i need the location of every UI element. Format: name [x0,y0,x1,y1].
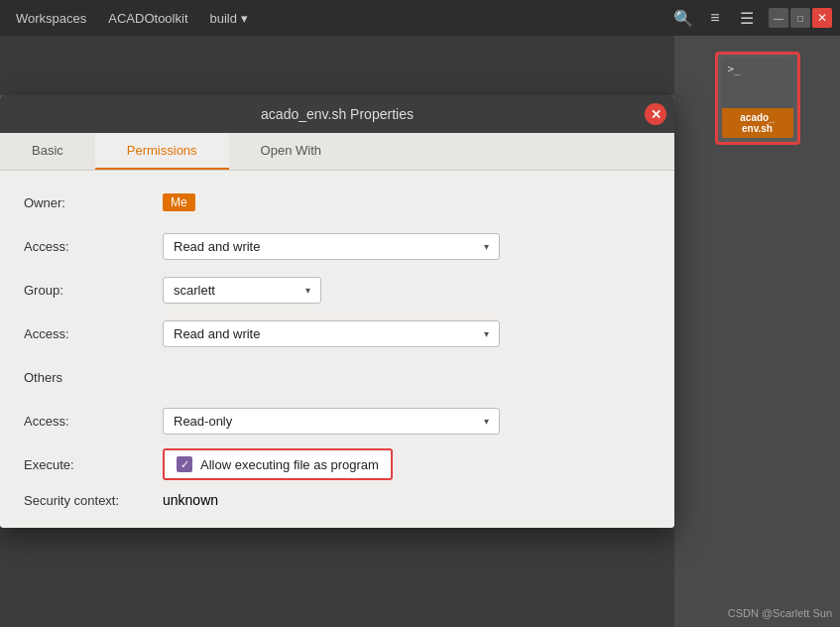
minimize-button[interactable]: — [769,8,788,28]
owner-badge: Me [163,193,195,211]
owner-access-arrow-icon: ▾ [484,241,489,252]
others-access-row: Access: Read-only ▾ [24,405,651,437]
execute-row: Execute: ✓ Allow executing file as progr… [24,448,651,480]
build-label: build [210,11,237,26]
build-arrow-icon: ▾ [241,11,248,26]
security-label: Security context: [24,493,163,508]
watermark: CSDN @Scarlett Sun [728,607,832,619]
others-label: Others [24,370,651,385]
owner-label: Owner: [24,195,163,210]
others-access-value: Read-only [174,414,232,429]
permissions-content: Owner: Me Access: Read and write ▾ Group… [0,171,674,528]
top-bar: Workspaces ACADOtoolkit build ▾ 🔍 ≡ ☰ — … [0,0,840,36]
security-row: Security context: unknown [24,492,651,508]
group-access-value: Read and write [174,326,260,341]
modal-title: acado_env.sh Properties [261,106,414,122]
topbar-icons: 🔍 ≡ ☰ — □ ✕ [669,4,832,32]
list-icon[interactable]: ≡ [701,4,729,32]
group-arrow-icon: ▾ [305,285,310,296]
acadotoolkit-menu[interactable]: ACADOtoolkit [100,7,195,30]
tabs-bar: Basic Permissions Open With [0,133,674,171]
owner-access-value: Read and write [174,239,260,254]
execute-checkbox-container[interactable]: ✓ Allow executing file as program [163,448,393,480]
owner-access-dropdown[interactable]: Read and write ▾ [163,233,500,260]
menu-icon[interactable]: ☰ [733,4,761,32]
wm-buttons: — □ ✕ [769,8,832,28]
file-name-line1: acado_ [724,112,791,123]
search-icon[interactable]: 🔍 [669,4,697,32]
tab-open-with[interactable]: Open With [229,133,353,170]
modal-titlebar: acado_env.sh Properties ✕ [0,95,674,133]
terminal-icon: >_ [722,59,793,108]
execute-text: Allow executing file as program [200,457,379,472]
file-icon: >_ acado_ env.sh [722,59,793,138]
build-menu[interactable]: build ▾ [202,7,256,30]
group-dropdown[interactable]: scarlett ▾ [163,277,321,304]
workspaces-menu[interactable]: Workspaces [8,7,94,30]
fm-toolbar [0,36,674,83]
owner-access-row: Access: Read and write ▾ [24,230,651,262]
close-window-button[interactable]: ✕ [812,8,832,28]
others-access-dropdown[interactable]: Read-only ▾ [163,408,500,435]
file-icon-highlighted: >_ acado_ env.sh [715,52,800,145]
tab-basic[interactable]: Basic [0,133,95,170]
maximize-button[interactable]: □ [790,8,810,28]
tab-permissions[interactable]: Permissions [95,133,229,170]
owner-row: Owner: Me [24,187,651,218]
file-name-line2: env.sh [724,123,791,134]
others-section-row: Others [24,361,651,393]
group-access-dropdown[interactable]: Read and write ▾ [163,320,500,347]
right-panel: >_ acado_ env.sh [674,36,840,627]
group-value: scarlett [174,283,215,298]
owner-access-label: Access: [24,239,163,254]
modal-close-button[interactable]: ✕ [645,103,666,125]
group-access-label: Access: [24,326,163,341]
group-access-row: Access: Read and write ▾ [24,317,651,349]
execute-label: Execute: [24,457,163,472]
file-icon-name: acado_ env.sh [722,108,793,138]
group-access-arrow-icon: ▾ [484,328,489,339]
group-row: Group: scarlett ▾ [24,274,651,306]
properties-modal: acado_env.sh Properties ✕ Basic Permissi… [0,95,674,528]
group-label: Group: [24,283,163,298]
security-value: unknown [163,492,218,508]
others-access-label: Access: [24,414,163,429]
others-access-arrow-icon: ▾ [484,416,489,427]
execute-checkbox[interactable]: ✓ [177,456,192,472]
